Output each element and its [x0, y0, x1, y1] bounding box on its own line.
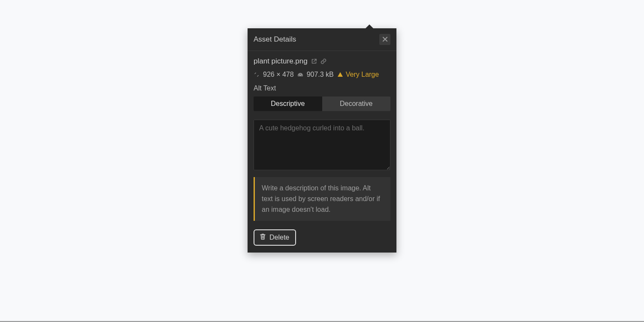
tab-decorative[interactable]: Decorative: [322, 96, 391, 111]
panel-title: Asset Details: [254, 35, 296, 44]
alt-text-hint: Write a description of this image. Alt t…: [254, 177, 390, 221]
panel-header: Asset Details: [248, 28, 396, 51]
alt-text-input[interactable]: [254, 120, 390, 170]
page-bottom-rule: [0, 321, 644, 322]
asset-details-panel: Asset Details plant picture.png: [248, 28, 396, 253]
warning-icon: [337, 72, 343, 78]
delete-row: Delete: [254, 229, 390, 246]
close-icon: [383, 36, 387, 43]
panel-body: plant picture.png 926: [248, 51, 396, 253]
file-dimensions: 926 × 478: [263, 71, 294, 78]
alt-text-tabs: Descriptive Decorative: [254, 96, 390, 111]
external-link-icon[interactable]: [311, 58, 317, 64]
alt-text-label: Alt Text: [254, 84, 390, 92]
delete-label: Delete: [269, 234, 289, 241]
gauge-icon: [297, 72, 303, 78]
tab-descriptive[interactable]: Descriptive: [254, 96, 322, 111]
size-warning-label: Very Large: [346, 71, 379, 78]
delete-button[interactable]: Delete: [254, 229, 296, 246]
file-size: 907.3 kB: [307, 71, 334, 78]
size-warning: Very Large: [337, 71, 379, 78]
link-icon[interactable]: [320, 58, 327, 64]
trash-icon: [260, 233, 266, 242]
file-meta-row: 926 × 478 907.3 kB Very Large: [254, 71, 390, 78]
filename-row: plant picture.png: [254, 57, 390, 66]
file-name: plant picture.png: [254, 57, 308, 66]
close-button[interactable]: [379, 34, 390, 45]
dimensions-icon: [254, 72, 260, 78]
